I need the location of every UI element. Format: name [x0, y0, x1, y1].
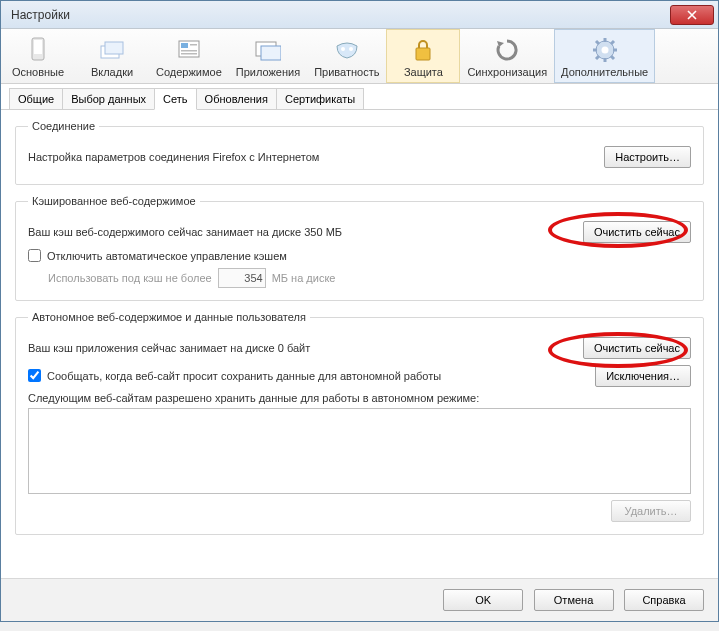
close-button[interactable]: [670, 5, 714, 25]
svg-line-22: [596, 56, 599, 59]
tab-updates[interactable]: Обновления: [196, 88, 277, 109]
subtabs: Общие Выбор данных Сеть Обновления Серти…: [1, 84, 718, 110]
delete-site-button[interactable]: Удалить…: [611, 500, 691, 522]
svg-point-15: [601, 47, 608, 54]
svg-rect-13: [416, 48, 430, 60]
svg-point-11: [341, 47, 345, 51]
svg-line-23: [611, 41, 614, 44]
help-button[interactable]: Справка: [624, 589, 704, 611]
category-toolbar: Основные Вкладки Содержимое Приложения П…: [1, 29, 718, 84]
offline-sites-list[interactable]: [28, 408, 691, 494]
gear-icon: [589, 36, 621, 64]
offline-legend: Автономное веб-содержимое и данные польз…: [28, 311, 310, 323]
svg-rect-6: [190, 44, 197, 46]
svg-line-20: [596, 41, 599, 44]
toolbar-label: Защита: [404, 66, 443, 78]
toolbar-label: Приложения: [236, 66, 300, 78]
cache-limit-input[interactable]: [218, 268, 266, 288]
notify-offline-checkbox[interactable]: [28, 369, 41, 382]
cached-legend: Кэшированное веб-содержимое: [28, 195, 200, 207]
cache-limit-suffix: МБ на диске: [272, 272, 336, 284]
toolbar-label: Содержимое: [156, 66, 222, 78]
content-icon: [173, 36, 205, 64]
settings-window: Настройки Основные Вкладки Содержимое Пр…: [0, 0, 719, 622]
toolbar-item-content[interactable]: Содержимое: [149, 29, 229, 83]
tab-network[interactable]: Сеть: [154, 88, 196, 110]
cache-limit-prefix: Использовать под кэш не более: [48, 272, 212, 284]
svg-rect-3: [105, 42, 123, 54]
lock-icon: [407, 36, 439, 64]
mask-icon: [331, 36, 363, 64]
close-icon: [687, 10, 697, 20]
connection-legend: Соединение: [28, 120, 99, 132]
connection-text: Настройка параметров соединения Firefox …: [28, 151, 604, 163]
tab-general[interactable]: Общие: [9, 88, 63, 109]
clear-offline-button[interactable]: Очистить сейчас: [583, 337, 691, 359]
notify-offline-label: Сообщать, когда веб-сайт просит сохранит…: [47, 370, 441, 382]
toolbar-label: Вкладки: [91, 66, 133, 78]
sync-icon: [491, 36, 523, 64]
toolbar-label: Дополнительные: [561, 66, 648, 78]
content-area: Соединение Настройка параметров соединен…: [1, 110, 718, 578]
toolbar-item-privacy[interactable]: Приватность: [307, 29, 386, 83]
disable-auto-cache-label: Отключить автоматическое управление кэше…: [47, 250, 287, 262]
toolbar-item-tabs[interactable]: Вкладки: [75, 29, 149, 83]
window-title: Настройки: [5, 8, 670, 22]
ok-button[interactable]: OK: [443, 589, 523, 611]
svg-rect-5: [181, 43, 188, 48]
offline-group: Автономное веб-содержимое и данные польз…: [15, 311, 704, 535]
tab-data-choices[interactable]: Выбор данных: [62, 88, 155, 109]
tabs-icon: [96, 36, 128, 64]
offline-usage-text: Ваш кэш приложения сейчас занимает на ди…: [28, 342, 583, 354]
toolbar-item-security[interactable]: Защита: [386, 29, 460, 83]
clear-cache-button[interactable]: Очистить сейчас: [583, 221, 691, 243]
phone-icon: [22, 36, 54, 64]
toolbar-item-apps[interactable]: Приложения: [229, 29, 307, 83]
configure-button[interactable]: Настроить…: [604, 146, 691, 168]
dialog-footer: OK Отмена Справка: [1, 578, 718, 621]
cancel-button[interactable]: Отмена: [534, 589, 614, 611]
svg-rect-8: [181, 53, 197, 55]
connection-group: Соединение Настройка параметров соединен…: [15, 120, 704, 185]
apps-icon: [252, 36, 284, 64]
toolbar-label: Приватность: [314, 66, 379, 78]
exceptions-button[interactable]: Исключения…: [595, 365, 691, 387]
cache-usage-text: Ваш кэш веб-содержимого сейчас занимает …: [28, 226, 583, 238]
svg-rect-1: [34, 40, 42, 54]
offline-sites-text: Следующим веб-сайтам разрешено хранить д…: [28, 392, 691, 404]
toolbar-item-sync[interactable]: Синхронизация: [460, 29, 554, 83]
svg-rect-10: [261, 46, 281, 60]
svg-point-12: [349, 47, 353, 51]
svg-line-21: [611, 56, 614, 59]
toolbar-label: Основные: [12, 66, 64, 78]
disable-auto-cache-checkbox[interactable]: [28, 249, 41, 262]
svg-rect-7: [181, 50, 197, 52]
tab-certificates[interactable]: Сертификаты: [276, 88, 364, 109]
toolbar-item-main[interactable]: Основные: [1, 29, 75, 83]
toolbar-label: Синхронизация: [467, 66, 547, 78]
titlebar: Настройки: [1, 1, 718, 29]
cached-group: Кэшированное веб-содержимое Ваш кэш веб-…: [15, 195, 704, 301]
toolbar-item-advanced[interactable]: Дополнительные: [554, 29, 655, 83]
